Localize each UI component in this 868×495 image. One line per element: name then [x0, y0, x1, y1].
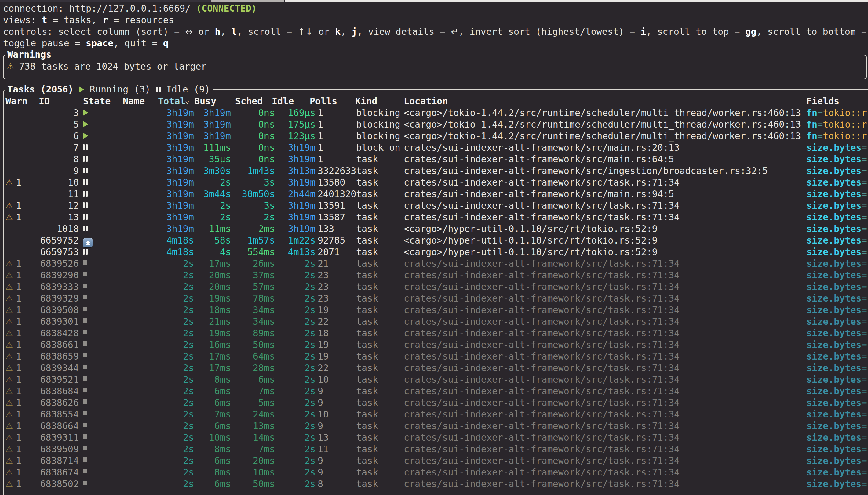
table-row[interactable]: ⚠ 1 6839311 2s 10ms 14ms 2s 13 task crat… — [0, 432, 868, 443]
table-row[interactable]: ⚠ 1 6838659 2s 17ms 64ms 2s 19 task crat… — [0, 351, 868, 362]
task-total: 2s — [139, 258, 194, 270]
task-total: 2s — [139, 362, 194, 374]
task-id: 6838664 — [34, 420, 79, 432]
task-total: 3h19m — [139, 154, 194, 165]
column-header-polls[interactable]: Polls — [310, 96, 337, 107]
pause-icon — [83, 144, 88, 150]
field-equals: = — [862, 305, 867, 315]
table-row[interactable]: ⚠ 1 6838502 2s 6ms 50ms 2s 8 task crates… — [0, 478, 868, 490]
table-row[interactable]: 6659752 4m18s 58s 1m57s 1m22s 92785 task… — [0, 235, 868, 246]
row-warn-count: 1 — [16, 455, 21, 467]
task-idle: 3h19m — [285, 211, 316, 223]
table-row[interactable]: ⚠ 1 6839509 2s 8ms 7ms 2s 11 task crates… — [0, 443, 868, 455]
task-polls: 13 — [318, 432, 329, 443]
table-row[interactable]: 6659753 4m18s 4s 554ms 4m13s 2071 task <… — [0, 246, 868, 258]
task-state-icon — [83, 156, 88, 162]
task-total: 3h19m — [139, 177, 194, 188]
window-edge-left — [0, 0, 211, 1]
field-equals: = — [862, 479, 867, 489]
table-row[interactable]: 1018 3h19m 11ms 2ms 3h19m 133 task <carg… — [0, 223, 868, 235]
task-fields: size.bytes= — [806, 188, 867, 200]
table-row[interactable]: ⚠ 1 6838626 2s 6ms 5ms 2s 9 task crates/… — [0, 397, 868, 409]
table-row[interactable]: ⚠ 1 10 3h19m 2s 3s 3h19m 13580 task crat… — [0, 177, 868, 188]
column-header-warn[interactable]: Warn — [5, 96, 28, 107]
task-polls: 23 — [318, 293, 329, 304]
column-header-sched[interactable]: Sched — [235, 96, 263, 107]
column-header-name[interactable]: Name — [123, 96, 145, 107]
row-warn-count: 1 — [16, 351, 21, 362]
task-sched: 20ms — [241, 455, 275, 467]
running-count-label: Running (3) — [84, 84, 156, 95]
column-header-idle[interactable]: Idle — [272, 96, 294, 107]
task-polls: 9 — [318, 397, 323, 409]
table-row[interactable]: ⚠ 1 6838674 2s 8ms 10ms 2s 9 task crates… — [0, 467, 868, 478]
task-busy: 3h19m — [197, 130, 231, 142]
field-name: size.bytes — [806, 455, 862, 466]
column-header-total-sorted[interactable]: Total — [158, 96, 185, 107]
table-row[interactable]: ⚠ 1 6839526 2s 17ms 26ms 2s 21 task crat… — [0, 258, 868, 270]
field-equals: = — [862, 316, 867, 327]
table-row[interactable]: 5 3h19m 3h19m 0ns 175µs 1 blocking <carg… — [0, 119, 868, 130]
table-row[interactable]: ⚠ 1 6839290 2s 20ms 37ms 2s 23 task crat… — [0, 270, 868, 281]
task-fields: size.bytes= — [806, 374, 867, 386]
table-row[interactable]: ⚠ 1 6839301 2s 21ms 34ms 2s 22 task crat… — [0, 316, 868, 327]
field-equals: = — [862, 154, 867, 165]
field-equals: = — [862, 142, 867, 153]
task-location: crates/sui-indexer-alt-framework/src/tas… — [404, 258, 680, 270]
table-row[interactable]: ⚠ 1 6839333 2s 20ms 57ms 2s 23 task crat… — [0, 281, 868, 293]
task-busy: 8ms — [197, 374, 231, 386]
task-busy: 8ms — [197, 443, 231, 455]
row-warning-icon: ⚠ — [5, 281, 13, 293]
task-sched: 1m57s — [241, 235, 275, 246]
task-sched: 30m50s — [241, 188, 275, 200]
column-header-state[interactable]: State — [83, 96, 111, 107]
task-polls: 1 — [318, 107, 323, 119]
task-state-icon — [83, 330, 87, 334]
table-row[interactable]: ⚠ 1 6839521 2s 8ms 6ms 2s 10 task crates… — [0, 374, 868, 386]
table-row[interactable]: ⚠ 1 6838714 2s 6ms 20ms 2s 9 task crates… — [0, 455, 868, 467]
column-header-fields[interactable]: Fields — [806, 96, 839, 107]
table-row[interactable]: ⚠ 1 6838661 2s 16ms 50ms 2s 19 task crat… — [0, 339, 868, 351]
stopped-icon — [83, 423, 87, 427]
column-header-location[interactable]: Location — [404, 96, 448, 107]
table-row[interactable]: ⚠ 1 12 3h19m 2s 3s 3h19m 13591 task crat… — [0, 200, 868, 211]
task-sched: 0ns — [241, 130, 275, 142]
task-busy: 6ms — [197, 386, 231, 397]
task-id: 6838502 — [34, 478, 79, 490]
table-row[interactable]: ⚠ 1 6838664 2s 6ms 13ms 2s 9 task crates… — [0, 420, 868, 432]
task-id: 6838554 — [34, 409, 79, 420]
task-idle: 2s — [285, 281, 316, 293]
table-row[interactable]: ⚠ 1 6839344 2s 17ms 28ms 2s 22 task crat… — [0, 362, 868, 374]
task-sched: 3s — [241, 200, 275, 211]
table-row[interactable]: ⚠ 1 6839508 2s 18ms 34ms 2s 19 task crat… — [0, 304, 868, 316]
column-header-busy[interactable]: Busy — [194, 96, 216, 107]
task-polls: 1 — [318, 119, 323, 130]
task-state-icon — [83, 144, 88, 150]
table-row[interactable]: ⚠ 1 6839329 2s 19ms 78ms 2s 23 task crat… — [0, 293, 868, 304]
task-id: 5 — [34, 119, 79, 130]
task-location: <cargo>/hyper-util-0.1.10/src/rt/tokio.r… — [404, 235, 657, 246]
field-name: size.bytes — [806, 397, 862, 408]
row-warning-icon: ⚠ — [5, 211, 13, 223]
status-header: connection: http://127.0.0.1:6669/ (CONN… — [3, 3, 868, 49]
task-sched: 1m43s — [241, 165, 275, 177]
column-header-id[interactable]: ID — [39, 96, 50, 107]
table-row[interactable]: 6 3h19m 3h19m 0ns 123µs 1 blocking <carg… — [0, 130, 868, 142]
table-row[interactable]: 3 3h19m 3h19m 0ns 169µs 1 blocking <carg… — [0, 107, 868, 119]
table-row[interactable]: 9 3h19m 3m30s 1m43s 3h13m 3322633 task c… — [0, 165, 868, 177]
task-kind: task — [356, 281, 378, 293]
table-row[interactable]: 8 3h19m 35µs 0ns 3h19m 1 task crates/sui… — [0, 154, 868, 165]
table-row[interactable]: ⚠ 1 13 3h19m 2s 2s 3h19m 13587 task crat… — [0, 211, 868, 223]
table-row[interactable]: ⚠ 1 6838554 2s 7ms 24ms 2s 10 task crate… — [0, 409, 868, 420]
table-row[interactable]: 11 3h19m 3m44s 30m50s 2h44m 2401320 task… — [0, 188, 868, 200]
column-header-kind[interactable]: Kind — [355, 96, 377, 107]
table-row[interactable]: ⚠ 1 6838428 2s 19ms 89ms 2s 18 task crat… — [0, 327, 868, 339]
field-equals: = — [862, 421, 867, 431]
task-sched: 7ms — [241, 386, 275, 397]
table-row[interactable]: 7 3h19m 111ms 0ns 3h19m 1 block_on crate… — [0, 142, 868, 154]
field-equals: = — [862, 444, 867, 455]
task-location: <cargo>/hyper-util-0.1.10/src/rt/tokio.r… — [404, 246, 657, 258]
table-row[interactable]: ⚠ 1 6838684 2s 6ms 7ms 2s 9 task crates/… — [0, 386, 868, 397]
task-fields: size.bytes= — [806, 293, 867, 304]
task-fields: size.bytes= — [806, 467, 867, 478]
